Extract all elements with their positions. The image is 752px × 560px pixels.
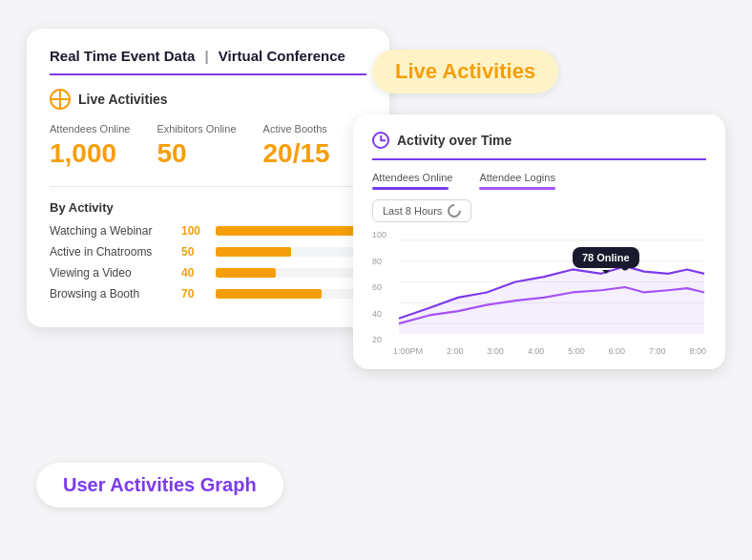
stat-item-1: Exhibitors Online 50 — [157, 123, 236, 169]
stat-item-0: Attendees Online 1,000 — [50, 123, 130, 169]
x-label-4: 5:00 — [568, 346, 585, 356]
divider — [50, 186, 366, 187]
activity-over-time-card: Activity over Time Attendees Online Atte… — [353, 114, 725, 369]
stat-value: 1,000 — [50, 138, 130, 169]
activity-bar-container — [216, 289, 366, 299]
card-title: Real Time Event Data | Virtual Conferenc… — [50, 48, 366, 75]
y-label-1: 80 — [372, 257, 386, 266]
y-label-3: 40 — [372, 309, 386, 319]
chart-area: 10080604020 78 Online — [372, 230, 706, 344]
legend-line — [372, 187, 449, 190]
x-label-7: 8:00 — [689, 346, 706, 356]
svg-marker-5 — [399, 266, 704, 334]
stat-value: 20/15 — [263, 138, 330, 169]
stat-label: Active Booths — [263, 123, 330, 135]
live-activities-badge: Live Activities — [372, 50, 558, 93]
by-activity-label: By Activity — [50, 200, 366, 215]
activity-bar — [216, 268, 276, 278]
activity-over-time-label: Activity over Time — [397, 133, 512, 148]
refresh-icon — [445, 201, 464, 220]
activity-row-1: Active in Chatrooms 50 — [50, 245, 366, 259]
activity-bar — [216, 289, 322, 299]
activity-row-3: Browsing a Booth 70 — [50, 287, 366, 301]
x-label-2: 3:00 — [487, 346, 504, 356]
x-label-3: 4:00 — [528, 346, 545, 356]
stat-item-2: Active Booths 20/15 — [263, 123, 330, 169]
card-title-main: Real Time Event Data — [50, 48, 195, 64]
x-label-6: 7:00 — [649, 346, 666, 356]
x-label-1: 2:00 — [447, 346, 464, 356]
stat-label: Exhibitors Online — [157, 123, 236, 135]
activity-name: Watching a Webinar — [50, 224, 174, 238]
activity-name: Active in Chatrooms — [50, 245, 174, 259]
legend-text: Attendee Logins — [479, 172, 555, 183]
activity-row-2: Viewing a Video 40 — [50, 266, 366, 280]
live-activities-card: Real Time Event Data | Virtual Conferenc… — [27, 29, 389, 327]
y-label-4: 20 — [372, 335, 386, 344]
x-label-5: 6:00 — [609, 346, 626, 356]
live-activities-badge-label: Live Activities — [395, 59, 535, 83]
activity-count: 100 — [181, 224, 208, 238]
card-title-sub: Virtual Conference — [219, 48, 345, 64]
activity-row-0: Watching a Webinar 100 — [50, 224, 366, 238]
legend-row: Attendees Online Attendee Logins — [372, 172, 706, 190]
x-label-0: 1:00PM — [393, 346, 423, 356]
activity-bar — [216, 247, 291, 257]
chart-svg — [372, 230, 706, 344]
activity-bar — [216, 226, 366, 236]
tooltip-text: 78 Online — [582, 252, 630, 263]
activities-list: Watching a Webinar 100 Active in Chatroo… — [50, 224, 366, 301]
legend-item-0: Attendees Online — [372, 172, 452, 190]
activity-bar-container — [216, 247, 366, 257]
activity-name: Browsing a Booth — [50, 287, 174, 301]
legend-text: Attendees Online — [372, 172, 452, 183]
stat-value: 50 — [157, 138, 236, 169]
activity-count: 50 — [181, 245, 208, 259]
y-label-0: 100 — [372, 230, 386, 239]
activity-bar-container — [216, 226, 366, 236]
time-filter-label: Last 8 Hours — [383, 205, 442, 217]
activity-time-title: Activity over Time — [372, 132, 706, 149]
section-label: Live Activities — [78, 92, 168, 107]
globe-icon — [50, 89, 71, 110]
y-label-2: 60 — [372, 282, 386, 292]
clock-icon — [372, 132, 389, 149]
legend-item-1: Attendee Logins — [479, 172, 555, 190]
user-activities-graph-badge: User Activities Graph — [36, 463, 283, 508]
legend-line — [479, 187, 555, 190]
stats-row: Attendees Online 1,000 Exhibitors Online… — [50, 123, 366, 169]
activity-bar-container — [216, 268, 366, 278]
activity-count: 70 — [181, 287, 208, 301]
right-card-header: Activity over Time — [372, 132, 706, 160]
stat-label: Attendees Online — [50, 123, 130, 135]
time-filter-button[interactable]: Last 8 Hours — [372, 199, 471, 222]
user-activities-badge-label: User Activities Graph — [63, 474, 257, 495]
tooltip-bubble: 78 Online — [573, 247, 639, 268]
activity-name: Viewing a Video — [50, 266, 174, 280]
y-axis-labels: 10080604020 — [372, 230, 386, 344]
section-header: Live Activities — [50, 89, 366, 110]
activity-count: 40 — [181, 266, 208, 280]
x-axis-labels: 1:00PM2:003:004:005:006:007:008:00 — [372, 344, 706, 356]
